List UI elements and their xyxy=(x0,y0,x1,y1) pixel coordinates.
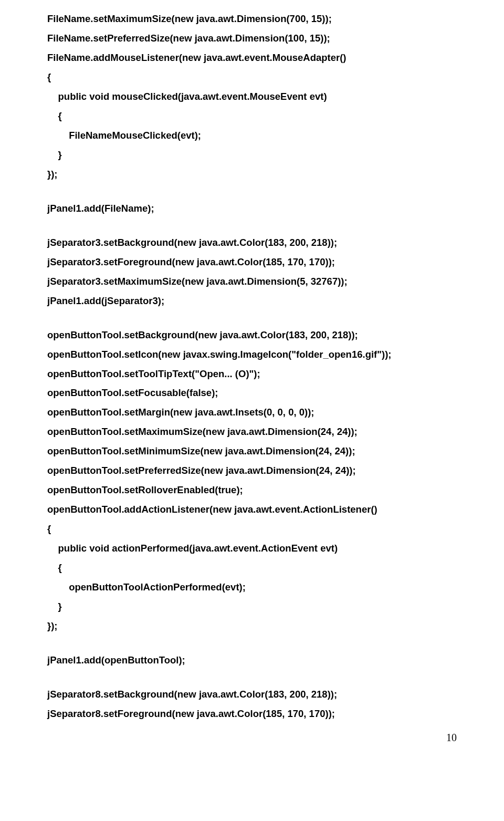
code-line: public void actionPerformed(java.awt.eve… xyxy=(47,539,457,558)
code-line: jPanel1.add(FileName); xyxy=(47,199,457,219)
code-line: openButtonTool.setMaximumSize(new java.a… xyxy=(47,422,457,442)
code-line: public void mouseClicked(java.awt.event.… xyxy=(47,87,457,107)
code-line: { xyxy=(47,68,457,87)
page-number: 10 xyxy=(47,732,457,744)
document-page: FileName.setMaximumSize(new java.awt.Dim… xyxy=(0,0,504,760)
code-line: { xyxy=(47,519,457,539)
code-line: { xyxy=(47,558,457,578)
blank-line xyxy=(47,311,457,326)
code-line: FileName.addMouseListener(new java.awt.e… xyxy=(47,48,457,68)
code-block: FileName.setMaximumSize(new java.awt.Dim… xyxy=(47,9,457,724)
code-line: FileNameMouseClicked(evt); xyxy=(47,126,457,146)
code-line: openButtonTool.setPreferredSize(new java… xyxy=(47,461,457,481)
code-line: openButtonTool.setRolloverEnabled(true); xyxy=(47,481,457,500)
blank-line xyxy=(47,636,457,651)
code-line: { xyxy=(47,107,457,126)
code-line: openButtonTool.addActionListener(new jav… xyxy=(47,500,457,519)
code-line: openButtonToolActionPerformed(evt); xyxy=(47,578,457,597)
code-line: jPanel1.add(jSeparator3); xyxy=(47,292,457,311)
code-line: jPanel1.add(openButtonTool); xyxy=(47,651,457,670)
code-line: openButtonTool.setMargin(new java.awt.In… xyxy=(47,403,457,422)
code-line: FileName.setMaximumSize(new java.awt.Dim… xyxy=(47,9,457,29)
code-line: openButtonTool.setToolTipText("Open... (… xyxy=(47,365,457,384)
code-line: jSeparator8.setBackground(new java.awt.C… xyxy=(47,685,457,704)
code-line: jSeparator3.setForeground(new java.awt.C… xyxy=(47,253,457,272)
code-line: jSeparator3.setBackground(new java.awt.C… xyxy=(47,233,457,253)
code-line: openButtonTool.setFocusable(false); xyxy=(47,383,457,403)
code-line: }); xyxy=(47,165,457,184)
code-line: jSeparator8.setForeground(new java.awt.C… xyxy=(47,704,457,724)
blank-line xyxy=(47,184,457,199)
blank-line xyxy=(47,219,457,233)
code-line: } xyxy=(47,597,457,617)
code-line: }); xyxy=(47,617,457,636)
blank-line xyxy=(47,670,457,685)
code-line: jSeparator3.setMaximumSize(new java.awt.… xyxy=(47,272,457,292)
code-line: openButtonTool.setMinimumSize(new java.a… xyxy=(47,442,457,461)
code-line: } xyxy=(47,146,457,165)
code-line: FileName.setPreferredSize(new java.awt.D… xyxy=(47,29,457,48)
code-line: openButtonTool.setBackground(new java.aw… xyxy=(47,326,457,345)
code-line: openButtonTool.setIcon(new javax.swing.I… xyxy=(47,345,457,365)
